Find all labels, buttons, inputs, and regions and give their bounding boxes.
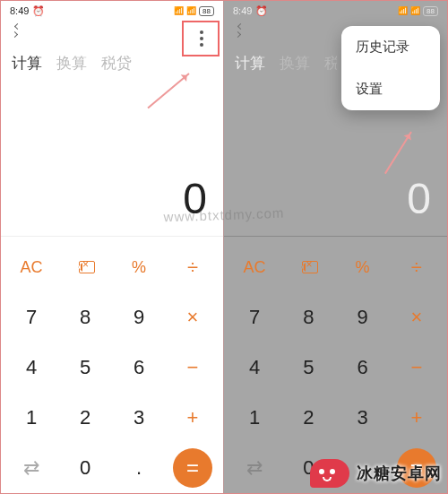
wifi-icon: 📶 — [410, 6, 420, 15]
key-6[interactable]: 6 — [112, 342, 166, 393]
key-9[interactable]: 9 — [112, 292, 166, 342]
watermark-logo-icon — [310, 459, 349, 488]
key-divide[interactable]: ÷ — [390, 242, 444, 292]
key-1[interactable]: 1 — [4, 393, 58, 443]
screen-before: 8:49 ⏰ 📶 📶 88 计算 换算 税贷 0 AC % ÷ 7 8 9 × — [1, 1, 224, 494]
alarm-icon: ⏰ — [255, 5, 268, 17]
status-bar: 8:49 ⏰ 📶 📶 88 — [224, 1, 447, 21]
key-1[interactable]: 1 — [228, 393, 281, 443]
key-5[interactable]: 5 — [58, 342, 112, 393]
tab-tax[interactable]: 税贷 — [101, 53, 132, 74]
key-3[interactable]: 3 — [336, 393, 390, 443]
tab-convert[interactable]: 换算 — [280, 53, 310, 74]
key-dot[interactable]: . — [112, 443, 166, 493]
status-time: 8:49 — [233, 5, 252, 16]
wifi-icon: 📶 — [186, 6, 196, 15]
tab-tax[interactable]: 税 — [324, 53, 337, 74]
key-9[interactable]: 9 — [336, 292, 390, 342]
key-4[interactable]: 4 — [4, 342, 58, 393]
key-8[interactable]: 8 — [281, 292, 335, 342]
key-minus[interactable]: − — [390, 342, 444, 393]
watermark-text: 冰糖安卓网 — [357, 463, 442, 484]
key-switch[interactable]: ⇄ — [228, 443, 281, 493]
tab-calc[interactable]: 计算 — [235, 53, 265, 74]
key-2[interactable]: 2 — [58, 393, 112, 443]
key-equals[interactable]: = — [173, 448, 212, 488]
menu-item-settings[interactable]: 设置 — [341, 68, 440, 110]
key-7[interactable]: 7 — [4, 292, 58, 342]
more-button[interactable] — [187, 24, 216, 53]
watermark: 冰糖安卓网 — [310, 459, 442, 488]
alarm-icon: ⏰ — [32, 5, 45, 17]
menu-item-history[interactable]: 历史记录 — [341, 26, 440, 68]
key-plus[interactable]: + — [166, 393, 220, 443]
keypad: AC % ÷ 7 8 9 × 4 5 6 − 1 2 3 + ⇄ 0 . = — [224, 237, 447, 494]
collapse-icon[interactable] — [233, 24, 246, 37]
tab-calc[interactable]: 计算 — [12, 53, 42, 74]
key-plus[interactable]: + — [390, 393, 444, 443]
key-backspace[interactable] — [281, 242, 335, 292]
status-bar: 8:49 ⏰ 📶 📶 88 — [1, 1, 223, 21]
popup-menu: 历史记录 设置 — [341, 26, 440, 110]
key-4[interactable]: 4 — [228, 342, 281, 393]
key-0[interactable]: 0 — [58, 443, 112, 493]
screen-after: 8:49 ⏰ 📶 📶 88 计算 换算 税 0 AC % ÷ 7 8 9 × 4 — [224, 1, 447, 494]
key-backspace[interactable] — [58, 242, 112, 292]
status-time: 8:49 — [10, 5, 29, 16]
key-minus[interactable]: − — [166, 342, 220, 393]
key-percent[interactable]: % — [336, 242, 390, 292]
key-ac[interactable]: AC — [4, 242, 58, 292]
tab-convert[interactable]: 换算 — [56, 53, 87, 74]
keypad: AC % ÷ 7 8 9 × 4 5 6 − 1 2 3 + ⇄ 0 . = — [1, 237, 223, 494]
key-5[interactable]: 5 — [281, 342, 335, 393]
signal-icon: 📶 — [398, 6, 408, 15]
key-divide[interactable]: ÷ — [166, 242, 220, 292]
key-6[interactable]: 6 — [336, 342, 390, 393]
key-multiply[interactable]: × — [390, 292, 444, 342]
battery-icon: 88 — [199, 6, 214, 16]
key-8[interactable]: 8 — [58, 292, 112, 342]
key-7[interactable]: 7 — [228, 292, 281, 342]
battery-icon: 88 — [423, 6, 438, 16]
key-3[interactable]: 3 — [112, 393, 166, 443]
key-multiply[interactable]: × — [166, 292, 220, 342]
key-percent[interactable]: % — [112, 242, 166, 292]
key-switch[interactable]: ⇄ — [4, 443, 58, 493]
signal-icon: 📶 — [174, 6, 184, 15]
key-ac[interactable]: AC — [228, 242, 281, 292]
collapse-icon[interactable] — [10, 24, 22, 37]
key-2[interactable]: 2 — [281, 393, 335, 443]
